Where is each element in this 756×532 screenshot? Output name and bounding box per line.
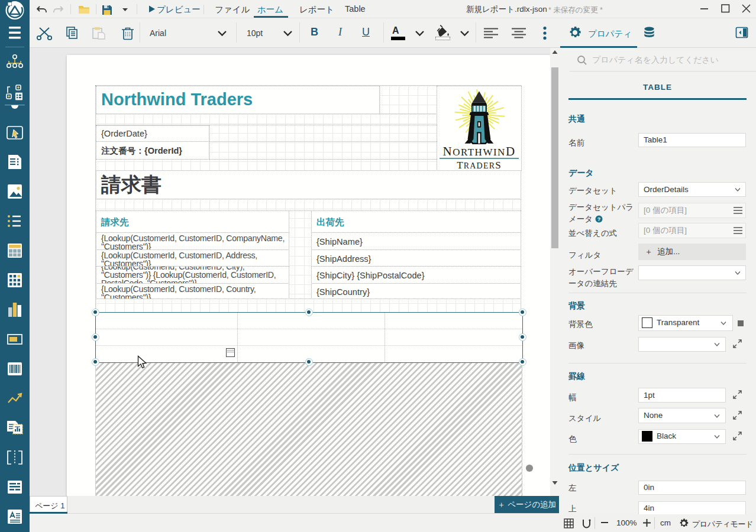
svg-text:TRADERS: TRADERS [457, 160, 502, 170]
svg-text:NORTHWIND: NORTHWIND [442, 144, 515, 158]
svg-text:?: ? [597, 216, 601, 222]
